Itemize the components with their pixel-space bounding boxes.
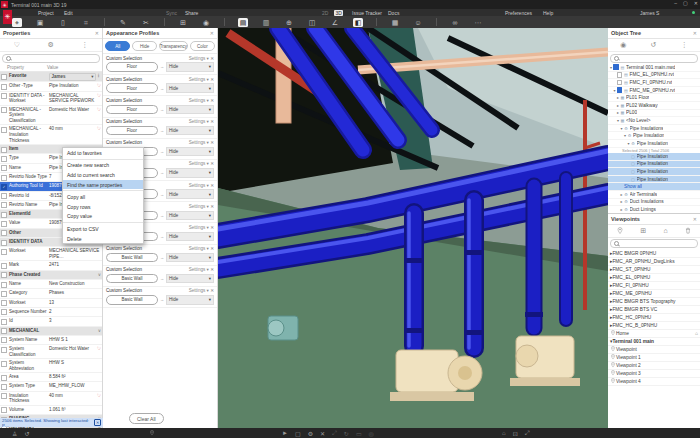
tree-node[interactable]: ▢Pipe Insulation	[608, 168, 700, 176]
tree-node[interactable]: ▸⚙Air Terminals	[608, 191, 700, 199]
favorite-heart-icon[interactable]: ♡	[95, 346, 101, 352]
tree-node[interactable]: ▢Pipe Insulation	[608, 176, 700, 184]
appearance-paint-icon[interactable]: ◧	[353, 18, 363, 27]
profile-settings[interactable]: Settings ▾ ✕	[189, 161, 214, 166]
viewpoint-item[interactable]: Viewpoint 4	[608, 378, 700, 386]
object-tree-search-input[interactable]	[610, 54, 698, 63]
tree-node[interactable]: ▸▦PL02 Walkway	[608, 102, 700, 110]
property-row[interactable]: System TypeME_HHW_FLOW	[0, 382, 102, 391]
action-dropdown[interactable]: Hide▾	[166, 168, 214, 177]
selection-pill-button[interactable]: Basic Wall	[106, 274, 158, 283]
menu-project[interactable]: Project	[38, 10, 54, 16]
pan-icon[interactable]: ⤢	[332, 430, 337, 437]
action-dropdown[interactable]: Hide▾	[166, 211, 214, 220]
favorite-heart-icon[interactable]: ♡	[95, 126, 101, 132]
context-menu-item[interactable]: Delete	[63, 234, 143, 244]
property-row[interactable]: Volume1.061 ft³	[0, 406, 102, 415]
checkbox[interactable]	[1, 384, 7, 390]
menu-edit[interactable]: Edit	[64, 10, 73, 16]
show-all-link[interactable]: Show all	[608, 183, 700, 191]
checkbox[interactable]	[1, 240, 7, 246]
viewpoint-item[interactable]: ▸ FMC BMGR BTS VC	[608, 306, 700, 314]
checkbox[interactable]	[1, 127, 7, 133]
checkbox[interactable]	[1, 337, 7, 343]
checkbox[interactable]	[617, 72, 623, 78]
selection-pill-button[interactable]: Basic Wall	[106, 295, 158, 304]
maximize-button[interactable]: ▢	[683, 0, 688, 6]
profile-settings[interactable]: Settings ▾ ✕	[189, 267, 214, 272]
checkbox[interactable]	[1, 375, 7, 381]
tree-node[interactable]: ▸⚙Duct Linings	[608, 206, 700, 213]
favorite-heart-icon[interactable]: ♡	[95, 93, 101, 99]
collapse-icon[interactable]: ∨	[49, 272, 101, 278]
context-menu-item[interactable]: Export to CSV	[63, 224, 143, 234]
context-menu-item[interactable]: Copy value	[63, 212, 143, 222]
tree-node[interactable]: ▢Pipe Insulation	[608, 161, 700, 169]
user-menu[interactable]: James S	[640, 10, 659, 16]
profile-settings[interactable]: Settings ▾ ✕	[189, 246, 214, 251]
property-row[interactable]: System AbbreviationHHW S	[0, 359, 102, 373]
viewpoint-item[interactable]: Viewpoint	[608, 346, 700, 354]
sheets-icon[interactable]: ▯	[58, 18, 68, 27]
settings-gear-icon[interactable]: ⚙	[47, 41, 53, 49]
tab-transparency[interactable]: Transparency	[159, 41, 188, 51]
menu-help[interactable]: Help	[543, 10, 553, 16]
favorite-user-dropdown[interactable]: James▾	[49, 73, 96, 81]
profile-settings[interactable]: Settings ▾ ✕	[189, 77, 214, 82]
property-row[interactable]: Mark2471	[0, 261, 102, 270]
deselect-icon[interactable]: ✕	[320, 430, 325, 437]
action-dropdown[interactable]: Hide▾	[166, 126, 214, 135]
property-row[interactable]: MECHANICAL -Insulation Thickness40 mm♡	[0, 125, 102, 145]
checkbox[interactable]	[617, 80, 623, 86]
tree-node[interactable]: ▸▦PL00	[608, 110, 700, 118]
3d-viewport[interactable]	[218, 28, 608, 428]
checkbox[interactable]	[1, 107, 7, 113]
context-menu-item[interactable]: Add to favorites	[63, 148, 143, 158]
profile-settings[interactable]: Settings ▾ ✕	[189, 140, 214, 145]
add-folder-icon[interactable]: ⊞	[640, 227, 646, 235]
collapse-icon[interactable]: ∨	[49, 328, 101, 334]
checkbox[interactable]	[1, 272, 7, 278]
home-icon[interactable]: ⌂	[664, 227, 668, 234]
add-collaborator-icon[interactable]: ☺	[413, 18, 423, 27]
checkbox[interactable]	[1, 212, 7, 218]
close-icon[interactable]: ✕	[210, 30, 214, 36]
checkbox[interactable]	[1, 347, 7, 353]
favorites-heart-icon[interactable]: ♡	[14, 41, 20, 49]
checkbox[interactable]	[1, 193, 7, 199]
add-issue-icon[interactable]: ⊞	[178, 18, 188, 27]
menu-docs[interactable]: Docs	[388, 10, 399, 16]
revizto-logo-icon[interactable]: ✳	[3, 10, 12, 24]
action-dropdown[interactable]: Hide▾	[166, 62, 214, 71]
checkbox[interactable]	[1, 249, 7, 255]
action-dropdown[interactable]: Hide▾	[166, 295, 214, 304]
favorite-heart-icon[interactable]: ♡	[95, 393, 101, 399]
share-link-icon[interactable]: ∞	[450, 18, 460, 27]
profile-settings[interactable]: Settings ▾ ✕	[189, 225, 214, 230]
action-dropdown[interactable]: Hide▾	[166, 232, 214, 241]
action-dropdown[interactable]: Hide▾	[166, 274, 214, 283]
trash-icon[interactable]	[685, 227, 691, 234]
home-icon[interactable]: ⌂	[695, 330, 698, 336]
property-row[interactable]: MECHANICAL -System ClassificationDomesti…	[0, 106, 102, 126]
checkbox[interactable]	[1, 300, 7, 306]
clear-all-button[interactable]: Clear All	[129, 413, 164, 424]
selection-basket-icon[interactable]: ▤	[238, 18, 248, 27]
viewpoint-item[interactable]: ▸ FMC_ST_0PNHU	[608, 266, 700, 274]
checkbox[interactable]	[1, 263, 7, 269]
checkbox[interactable]	[1, 147, 7, 153]
checkbox[interactable]	[1, 282, 7, 288]
tab-hide[interactable]: Hide	[132, 41, 157, 51]
minimize-button[interactable]: –	[674, 0, 677, 6]
mode-3d-toggle[interactable]: 3D	[334, 10, 343, 16]
property-row[interactable]: IDENTITY DATA -WorksetMECHANICAL SERVICE…	[0, 92, 102, 106]
menu-issue-tracker[interactable]: Issue Tracker	[352, 10, 382, 16]
checkbox[interactable]	[1, 328, 7, 334]
marker-tool-icon[interactable]: ⌖	[12, 18, 22, 27]
action-dropdown[interactable]: Hide▾	[166, 189, 214, 198]
menu-preferences[interactable]: Preferences	[505, 10, 532, 16]
home-view-icon[interactable]: ⌂	[502, 430, 506, 436]
profile-settings[interactable]: Settings ▾ ✕	[189, 119, 214, 124]
close-button[interactable]: ✕	[694, 0, 698, 6]
property-row[interactable]: CategoryPhases	[0, 289, 102, 298]
